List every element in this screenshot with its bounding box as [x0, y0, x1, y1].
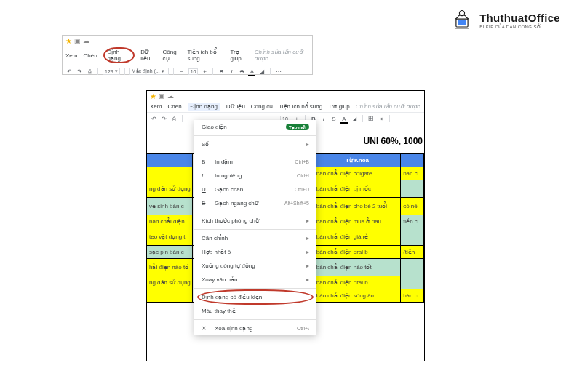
- dd-fontsize[interactable]: Kích thước phông chữ ▸: [194, 214, 316, 228]
- undo-icon[interactable]: ↶: [65, 67, 73, 76]
- cell[interactable]: bàn chải điện mua ở đâu: [314, 215, 401, 228]
- menu-dulieu[interactable]: Dữ liệu: [140, 49, 156, 62]
- fill-color-button[interactable]: ◢: [351, 114, 358, 123]
- cell[interactable]: bàn c: [401, 167, 424, 180]
- text-color-button[interactable]: A: [248, 67, 255, 76]
- more-icon[interactable]: ⋯: [275, 67, 282, 76]
- logo-subtitle: BÍ KÍP CỦA DÂN CÔNG SỞ: [479, 24, 560, 29]
- dd-number[interactable]: Số ▸: [194, 137, 316, 151]
- format-dropdown: Giao diện Tạo mới Số ▸ BIn đậm Ctrl+B II…: [194, 120, 316, 335]
- dd-merge[interactable]: Hợp nhất ô ▸: [194, 245, 316, 259]
- dd-underline[interactable]: UGạch chân Ctrl+U: [194, 183, 316, 196]
- cell[interactable]: bàn chải điện bị mốc: [314, 180, 401, 197]
- chevron-right-icon: ▸: [306, 217, 309, 224]
- cell[interactable]: bàn chải điện cho bé 2 tuổi: [314, 198, 401, 215]
- italic-button[interactable]: I: [320, 114, 327, 123]
- last-edit[interactable]: Chỉnh sửa lần cuối được: [255, 49, 309, 62]
- svg-rect-2: [458, 20, 466, 25]
- cell[interactable]: bàn c: [401, 289, 424, 302]
- cell[interactable]: vệ sinh bàn c: [147, 198, 193, 215]
- strike-button[interactable]: S: [330, 114, 338, 123]
- merge-icon[interactable]: ⇥: [378, 114, 385, 123]
- cell[interactable]: [147, 289, 193, 302]
- italic-button[interactable]: I: [228, 67, 235, 76]
- dd-rotate[interactable]: Xoay văn bản ▸: [194, 273, 316, 287]
- dd-align[interactable]: Căn chỉnh ▸: [194, 231, 316, 245]
- size-plus[interactable]: +: [201, 67, 208, 76]
- fill-color-button[interactable]: ◢: [258, 67, 266, 76]
- cell[interactable]: bàn chải điện giá rẻ: [314, 228, 401, 245]
- cell[interactable]: tiền c: [401, 215, 424, 228]
- col-header: [147, 154, 193, 167]
- menu-trogiup[interactable]: Trợ giúp: [328, 103, 350, 110]
- size-minus[interactable]: −: [178, 67, 186, 76]
- dd-clear-format[interactable]: ✕Xóa định dạng Ctrl+\: [194, 321, 316, 335]
- text-color-button[interactable]: A: [340, 114, 348, 123]
- cell[interactable]: bàn chải điện sóng âm: [314, 289, 401, 302]
- menu-xem[interactable]: Xem: [65, 52, 77, 59]
- star-icon[interactable]: ★: [150, 92, 156, 100]
- menu-congcu[interactable]: Công cụ: [163, 49, 182, 62]
- chevron-right-icon: ▸: [306, 249, 309, 255]
- last-edit[interactable]: Chỉnh sửa lần cuối được: [356, 103, 420, 110]
- dd-bold[interactable]: BIn đậm Ctrl+B: [194, 155, 316, 169]
- menu-dulieu[interactable]: Dữ liệu: [226, 103, 245, 110]
- cell[interactable]: ng dẫn sử dụng: [147, 180, 193, 197]
- menu-chen[interactable]: Chèn: [83, 52, 97, 59]
- cell[interactable]: teo vật dụng t: [147, 228, 193, 245]
- redo-icon[interactable]: ↷: [76, 67, 83, 76]
- zoom-select[interactable]: 123 ▾: [103, 68, 120, 75]
- menu-trogiup[interactable]: Trợ giúp: [230, 49, 248, 62]
- logo-title: ThuthuatOffice: [479, 12, 560, 24]
- cell[interactable]: [401, 228, 424, 245]
- print-icon[interactable]: ⎙: [86, 67, 93, 76]
- col-header: [401, 154, 424, 167]
- menu-tienich[interactable]: Tiện ích bổ sung: [279, 103, 322, 110]
- dd-theme[interactable]: Giao diện Tạo mới: [194, 120, 316, 134]
- cloud-icon[interactable]: ☁: [83, 37, 89, 44]
- dd-alt-colors[interactable]: Màu thay thế: [194, 304, 316, 318]
- cell[interactable]: [401, 259, 424, 276]
- titlebar-2: ★ ▣ ☁: [147, 91, 424, 101]
- cell[interactable]: bàn chải điện oral b: [314, 246, 401, 258]
- bold-button[interactable]: B: [218, 67, 225, 76]
- titlebar: ★ ▣ ☁: [63, 36, 312, 46]
- cloud-icon[interactable]: ☁: [167, 92, 174, 100]
- dd-italic[interactable]: IIn nghiêng Ctrl+I: [194, 169, 316, 183]
- cell[interactable]: (tiền: [401, 246, 424, 258]
- cell[interactable]: bàn chải điện oral b: [314, 276, 401, 289]
- move-icon[interactable]: ▣: [159, 92, 165, 100]
- cell[interactable]: bàn chải điện nào tốt: [314, 259, 401, 276]
- move-icon[interactable]: ▣: [74, 37, 81, 44]
- dd-wrap[interactable]: Xuống dòng tự động ▸: [194, 259, 316, 273]
- borders-icon[interactable]: 田: [367, 114, 375, 123]
- cell[interactable]: [401, 180, 424, 197]
- more-icon[interactable]: ⋯: [394, 114, 402, 123]
- logo-icon: [449, 7, 475, 33]
- dd-conditional-format[interactable]: Định dạng có điều kiện: [194, 290, 316, 304]
- cell[interactable]: có nê: [401, 198, 424, 215]
- menu-congcu[interactable]: Công cụ: [251, 103, 273, 110]
- undo-icon[interactable]: ↶: [150, 114, 157, 123]
- cell[interactable]: [147, 167, 193, 180]
- strike-button[interactable]: S: [238, 67, 245, 76]
- cell[interactable]: bàn chải điện colgate: [314, 167, 401, 180]
- redo-icon[interactable]: ↷: [160, 114, 167, 123]
- cell[interactable]: sạc pin bàn c: [147, 246, 193, 258]
- cell[interactable]: hải điện nào tố: [147, 259, 193, 276]
- cell[interactable]: bàn chải điện: [147, 215, 193, 228]
- font-select[interactable]: Mặc định (... ▾: [129, 68, 169, 75]
- star-icon[interactable]: ★: [65, 37, 72, 45]
- foreground-window: ★ ▣ ☁ Xem Chèn Định dạng Dữ liệu Công cụ…: [146, 90, 425, 361]
- menu-tienich[interactable]: Tiện ích bổ sung: [187, 49, 224, 62]
- menu-dinhdang[interactable]: Định dạng: [188, 103, 220, 111]
- font-size[interactable]: 10: [188, 68, 199, 75]
- menu-dinhdang[interactable]: Định dạng: [103, 47, 135, 63]
- cell[interactable]: ng dẫn sử dụng: [147, 276, 193, 289]
- menu-chen[interactable]: Chèn: [167, 103, 181, 110]
- chevron-right-icon: ▸: [306, 276, 309, 283]
- print-icon[interactable]: ⎙: [170, 114, 178, 123]
- cell[interactable]: [401, 276, 424, 289]
- dd-strike[interactable]: SGạch ngang chữ Alt+Shift+5: [194, 196, 316, 210]
- menu-xem[interactable]: Xem: [150, 103, 162, 110]
